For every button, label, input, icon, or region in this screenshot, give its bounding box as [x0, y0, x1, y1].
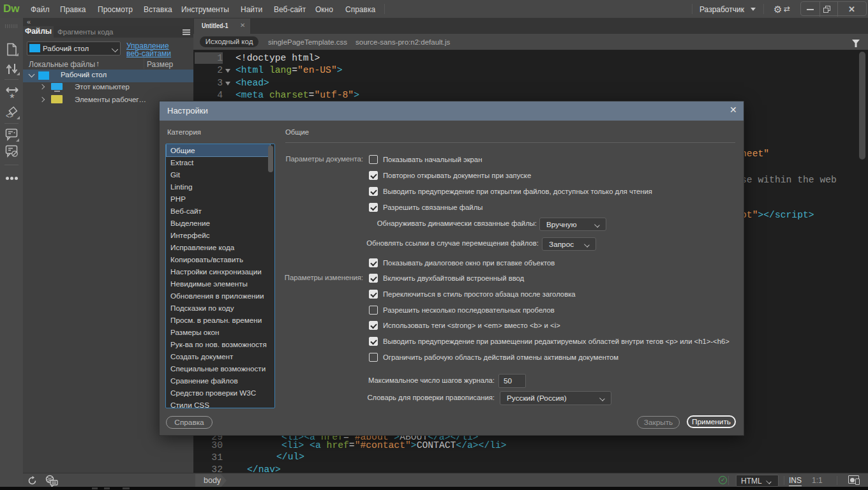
- svg-text:*: *: [10, 91, 15, 101]
- svg-text:<>: <>: [6, 113, 13, 119]
